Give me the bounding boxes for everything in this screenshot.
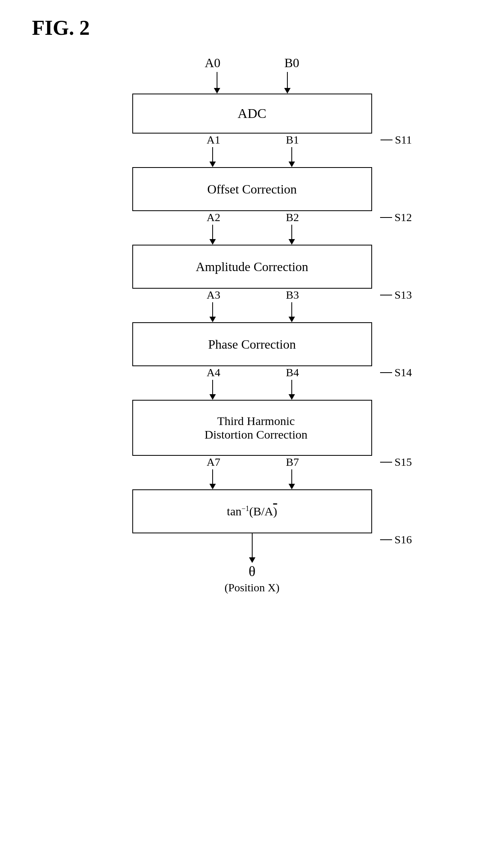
block-s11-tag: S11 <box>380 134 412 146</box>
block-s15-line1: Third Harmonic <box>209 414 295 428</box>
arrow-a3 <box>209 302 216 322</box>
arrow-b0 <box>284 72 291 94</box>
arrow-b2 <box>289 225 295 245</box>
arrow-a0 <box>214 72 220 94</box>
signal-a3: A3 <box>205 289 220 322</box>
block-s15: Third Harmonic Distortion Correction <box>132 400 372 456</box>
arrow-a4 <box>209 380 216 400</box>
signals-3: A3 B3 <box>132 289 372 322</box>
figure-title: FIG. 2 <box>32 16 480 40</box>
block-s14-tag: S14 <box>380 366 412 379</box>
signal-b7-text: B7 <box>284 456 299 469</box>
output-position: (Position X) <box>225 581 280 594</box>
arrow-b7 <box>289 469 295 489</box>
signal-a7-text: A7 <box>205 456 220 469</box>
block-s16: tan−1(B/A) <box>132 489 372 533</box>
block-s15-line2: Distortion Correction <box>197 428 307 441</box>
signal-b4: B4 <box>284 366 299 400</box>
signal-a3-text: A3 <box>205 289 220 301</box>
signal-a4-text: A4 <box>205 366 220 379</box>
signal-b3: B3 <box>284 289 299 322</box>
arrow-a2 <box>209 225 216 245</box>
block-s12: Offset Correction <box>132 167 372 211</box>
arrow-output <box>249 533 255 563</box>
arrow-b1 <box>289 147 295 167</box>
block-s12-tag: S12 <box>380 211 412 224</box>
block-s15-container: Third Harmonic Distortion Correction S15 <box>132 400 372 456</box>
signal-b7: B7 <box>284 456 299 489</box>
block-s11: ADC <box>132 94 372 134</box>
signal-a2: A2 <box>205 211 220 245</box>
signal-a1: A1 <box>205 134 220 167</box>
block-s14: Phase Correction <box>132 322 372 366</box>
signal-a2-text: A2 <box>205 211 220 224</box>
block-s16-label: tan−1(B/A) <box>227 505 277 518</box>
signal-b1: B1 <box>284 134 299 167</box>
block-s16-tag: S16 <box>380 533 412 546</box>
signals-1: A1 B1 <box>132 134 372 167</box>
arrow-a1 <box>209 147 216 167</box>
input-a0: A0 <box>205 56 220 70</box>
block-s13-container: Amplitude Correction S13 <box>132 245 372 289</box>
signal-a4: A4 <box>205 366 220 400</box>
arrow-a7 <box>209 469 216 489</box>
block-s12-container: Offset Correction S12 <box>132 167 372 211</box>
block-s13-label: Amplitude Correction <box>196 259 309 274</box>
arrow-b3 <box>289 302 295 322</box>
signals-7: A7 B7 <box>132 456 372 489</box>
block-s16-container: tan−1(B/A) S16 <box>132 489 372 533</box>
block-s11-label: ADC <box>238 106 267 121</box>
block-s14-container: Phase Correction S14 <box>132 322 372 366</box>
block-s15-tag: S15 <box>380 456 412 469</box>
signal-b4-text: B4 <box>284 366 299 379</box>
block-s13: Amplitude Correction <box>132 245 372 289</box>
page: { "figure": { "title": "FIG. 2" }, "inpu… <box>0 0 504 854</box>
block-s13-tag: S13 <box>380 289 412 301</box>
input-labels: A0 B0 <box>132 56 372 70</box>
signals-2: A2 B2 <box>132 211 372 245</box>
output-section: θ (Position X) <box>225 563 280 594</box>
diagram: A0 B0 ADC S11 A1 <box>24 56 480 594</box>
signal-b2: B2 <box>284 211 299 245</box>
signals-4: A4 B4 <box>132 366 372 400</box>
block-s11-container: ADC S11 <box>132 94 372 134</box>
signal-a7: A7 <box>205 456 220 489</box>
arrows-input <box>132 72 372 94</box>
block-s14-label: Phase Correction <box>208 337 296 352</box>
signal-b2-text: B2 <box>284 211 299 224</box>
signal-b3-text: B3 <box>284 289 299 301</box>
signal-a1-text: A1 <box>205 134 220 146</box>
arrow-b4 <box>289 380 295 400</box>
block-s12-label: Offset Correction <box>207 182 297 197</box>
output-theta: θ <box>249 563 255 580</box>
signal-b1-text: B1 <box>284 134 299 146</box>
input-b0: B0 <box>284 56 299 70</box>
